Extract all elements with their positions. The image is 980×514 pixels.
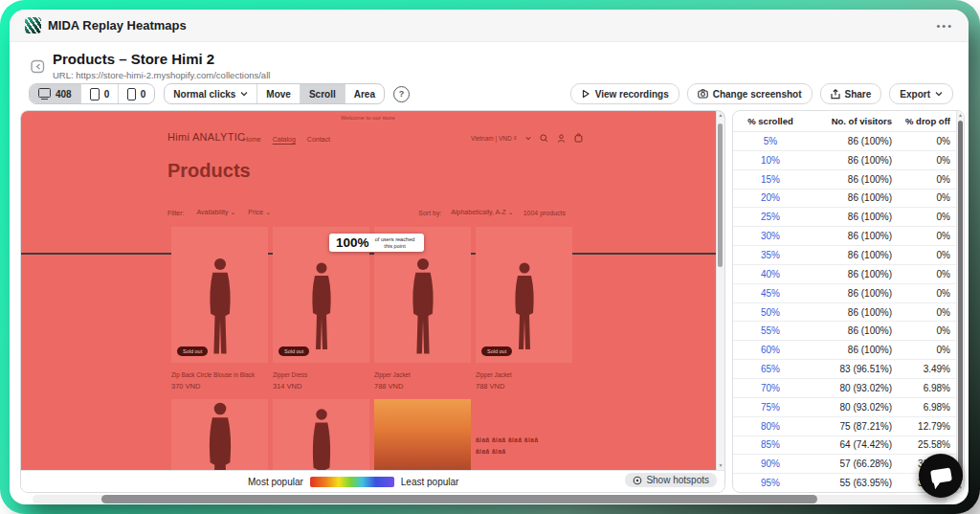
mobile-icon [127, 88, 136, 101]
table-row: 5%86 (100%)0% [733, 132, 964, 151]
cell-percent-scrolled[interactable]: 75% [733, 402, 808, 413]
person-silhouette [199, 250, 241, 363]
store-page-heading: Products [167, 160, 251, 182]
product-image: Sold out [476, 227, 572, 363]
mode-area-button[interactable]: Area [345, 84, 384, 103]
chevron-down-icon [525, 136, 531, 141]
horizontal-scrollbar-thumb[interactable] [101, 495, 817, 503]
filter-availability: Availability ⌄ [197, 209, 236, 216]
store-nav-catalog: Catalog [273, 136, 296, 143]
heatmap-legend-bar: Most popular Least popular Show hotspots [21, 470, 724, 492]
mode-scroll-button[interactable]: Scroll [300, 84, 345, 103]
table-row: 20%86 (100%)0% [733, 190, 964, 209]
chat-widget-button[interactable] [919, 454, 963, 498]
share-button[interactable]: Share [820, 83, 882, 104]
product-card: Sold outZip Back Circle Blouse in Black3… [171, 227, 268, 391]
person-silhouette [198, 401, 242, 470]
cell-percent-scrolled[interactable]: 85% [733, 439, 808, 450]
cell-percent-scrolled[interactable]: 20% [733, 192, 808, 203]
back-button[interactable] [31, 59, 45, 74]
table-row: 15%86 (100%)0% [733, 170, 964, 190]
device-desktop-button[interactable]: 408 [30, 84, 80, 103]
table-row: 85%64 (74.42%)25.58% [733, 436, 964, 456]
product-price: 788 VND [476, 382, 572, 391]
heatmap-scrollbar-thumb[interactable] [718, 123, 723, 267]
cell-percent-scrolled[interactable]: 10% [733, 155, 808, 166]
table-row: 70%80 (93.02%)6.98% [733, 379, 964, 398]
heatmap-vertical-scrollbar[interactable]: ▲ ▼ [716, 111, 724, 470]
cell-percent-scrolled[interactable]: 65% [733, 364, 808, 374]
device-tablet-button[interactable]: 0 [80, 84, 119, 103]
cell-no-of-visitors: 86 (100%) [808, 325, 896, 336]
desktop-count: 408 [56, 89, 72, 100]
product-name: Zip Back Circle Blouse in Black [171, 371, 268, 378]
store-filter-row: Filter: Availability ⌄ Price ⌄ [167, 209, 271, 216]
scroll-up-arrow-icon[interactable]: ▲ [717, 113, 724, 118]
product-price: 370 VND [171, 382, 268, 391]
overflow-menu-icon[interactable]: ••• [936, 20, 953, 32]
cell-percent-scrolled[interactable]: 80% [733, 421, 808, 432]
mida-logo-icon [25, 17, 41, 34]
scroll-down-arrow-icon[interactable]: ▼ [717, 463, 724, 468]
scroll-heatmap-canvas[interactable]: Welcome to our store Himi ANALYTIC Home … [21, 111, 724, 470]
cell-percent-scrolled[interactable]: 95% [733, 478, 808, 488]
cell-percent-scrolled[interactable]: 70% [733, 383, 808, 393]
app-frame: MIDA Replay Heatmaps ••• Products – Stor… [0, 0, 980, 514]
scroll-depth-marker: 100% of users reached this point [329, 234, 424, 252]
page-title: Products – Store Himi 2 [53, 51, 214, 67]
store-header-right: Vietnam | VND ₫ [471, 133, 583, 143]
mobile-count: 0 [141, 89, 146, 100]
table-row: 35%86 (100%)0% [733, 246, 964, 265]
product-name: Zipper Jacket [374, 371, 471, 378]
heatmap-mode-switcher: Normal clicks Move Scroll Area [164, 83, 385, 104]
table-vertical-scrollbar[interactable]: ▲ ▼ [956, 111, 964, 492]
product-name: Zipper Dress [273, 371, 369, 378]
mode-move-button[interactable]: Move [256, 84, 300, 103]
cell-percent-scrolled[interactable]: 55% [733, 325, 808, 336]
device-mobile-button[interactable]: 0 [118, 84, 154, 103]
scroll-up-arrow-icon[interactable]: ▲ [957, 113, 964, 118]
heatmap-panel: Welcome to our store Himi ANALYTIC Home … [20, 110, 725, 493]
product-grid-row2: ăỉaă ăỉaă ăỉaă ăỉaă ăỉaă ăỉaă [171, 399, 572, 470]
cell-percent-scrolled[interactable]: 40% [733, 269, 808, 279]
cell-no-of-visitors: 86 (100%) [808, 345, 896, 355]
share-icon [831, 89, 840, 100]
horizontal-scrollbar[interactable] [33, 495, 947, 503]
cell-percent-scrolled[interactable]: 45% [733, 288, 808, 299]
change-screenshot-button[interactable]: Change screenshot [687, 83, 813, 104]
play-icon [581, 89, 590, 99]
table-row: 65%83 (96.51%)3.49% [733, 360, 964, 379]
cell-percent-scrolled[interactable]: 30% [733, 231, 808, 241]
cell-no-of-visitors: 86 (100%) [808, 269, 896, 279]
cell-percent-scrolled[interactable]: 50% [733, 307, 808, 318]
export-button[interactable]: Export [889, 83, 953, 104]
sort-value: Alphabetically, A-Z ⌄ [451, 209, 513, 216]
table-scrollbar-thumb[interactable] [958, 121, 963, 480]
store-brand: Himi ANALYTIC [167, 131, 245, 143]
cell-no-of-visitors: 86 (100%) [808, 212, 896, 222]
mode-normal-clicks-button[interactable]: Normal clicks [165, 84, 256, 103]
cell-percent-drop-off: 0% [896, 325, 964, 336]
cell-percent-scrolled[interactable]: 90% [733, 458, 808, 469]
store-nav-home: Home [243, 136, 261, 143]
product-price: 314 VND [273, 382, 369, 391]
sort-label: Sort by: [418, 210, 441, 216]
cell-no-of-visitors: 80 (93.02%) [808, 383, 896, 393]
cell-no-of-visitors: 57 (66.28%) [808, 458, 896, 469]
cell-percent-drop-off: 0% [896, 250, 964, 260]
cell-percent-scrolled[interactable]: 15% [733, 174, 808, 185]
view-recordings-button[interactable]: View recordings [570, 83, 679, 104]
desktop-icon [38, 88, 51, 98]
chat-bubble-icon [930, 467, 952, 483]
cell-percent-scrolled[interactable]: 5% [733, 136, 808, 146]
show-hotspots-button[interactable]: Show hotspots [625, 473, 717, 487]
cell-percent-scrolled[interactable]: 60% [733, 345, 808, 355]
hotspot-target-icon [633, 476, 642, 485]
account-icon [557, 134, 566, 143]
cell-percent-scrolled[interactable]: 35% [733, 250, 808, 260]
help-icon[interactable]: ? [393, 86, 410, 102]
cell-percent-scrolled[interactable]: 25% [733, 212, 808, 222]
legend-least-popular: Least popular [401, 477, 459, 487]
device-switcher: 408 0 0 [29, 83, 155, 104]
table-row: 80%75 (87.21%)12.79% [733, 417, 964, 436]
